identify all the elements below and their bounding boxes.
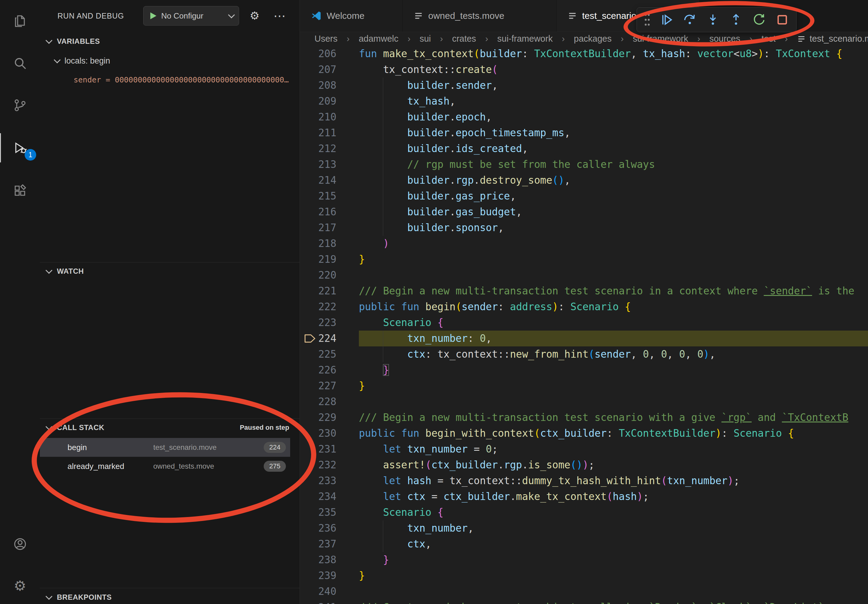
- code-line-content[interactable]: builder.epoch,: [359, 109, 868, 125]
- line-gutter[interactable]: 224: [300, 331, 359, 346]
- code-line-content[interactable]: let ctx = ctx_builder.make_tx_context(ha…: [359, 489, 868, 505]
- code-line-content[interactable]: ctx,: [359, 536, 868, 552]
- code-line-content[interactable]: txn_number: 0,: [359, 331, 868, 346]
- code-line[interactable]: 240: [300, 584, 868, 599]
- code-line[interactable]: 214 builder.rgp.destroy_some(),: [300, 172, 868, 188]
- code-line-content[interactable]: Scenario {: [359, 505, 868, 520]
- code-line-content[interactable]: builder.gas_budget,: [359, 204, 868, 220]
- breadcrumb-item[interactable]: packages: [574, 34, 612, 44]
- code-line[interactable]: 212 builder.ids_created,: [300, 141, 868, 156]
- code-line-content[interactable]: /// Creates and shares system objects, a…: [359, 599, 868, 604]
- activity-item-run-debug[interactable]: 1: [0, 133, 40, 163]
- line-gutter[interactable]: 236: [300, 520, 359, 536]
- call-stack-frame[interactable]: begin test_scenario.move 224: [40, 438, 290, 457]
- code-line[interactable]: 236 txn_number,: [300, 520, 868, 536]
- line-gutter[interactable]: 213: [300, 156, 359, 172]
- code-line[interactable]: 207 tx_context::create(: [300, 62, 868, 77]
- line-gutter[interactable]: 206: [300, 46, 359, 62]
- code-line-content[interactable]: builder.sponsor,: [359, 220, 868, 236]
- code-area[interactable]: 206fun make_tx_context(builder: TxContex…: [300, 46, 868, 604]
- breadcrumb-item[interactable]: sources: [709, 34, 740, 44]
- code-line-content[interactable]: builder.gas_price,: [359, 188, 868, 204]
- code-line-content[interactable]: }: [359, 568, 868, 584]
- line-gutter[interactable]: 219: [300, 251, 359, 267]
- line-gutter[interactable]: 216: [300, 204, 359, 220]
- code-line-content[interactable]: ctx: tx_context::new_from_hint(sender, 0…: [359, 346, 868, 362]
- code-line[interactable]: 221/// Begin a new multi-transaction tes…: [300, 283, 868, 299]
- code-line-content[interactable]: let txn_number = 0;: [359, 441, 868, 457]
- step-over-button[interactable]: [682, 12, 697, 27]
- line-gutter[interactable]: 225: [300, 346, 359, 362]
- toolbar-drag-grip[interactable]: [643, 13, 651, 26]
- code-line[interactable]: 211 builder.epoch_timestamp_ms,: [300, 125, 868, 141]
- line-gutter[interactable]: 239: [300, 568, 359, 584]
- line-gutter[interactable]: 238: [300, 552, 359, 568]
- activity-item-source-control[interactable]: [0, 91, 40, 120]
- code-line[interactable]: 223 Scenario {: [300, 315, 868, 331]
- line-gutter[interactable]: 215: [300, 188, 359, 204]
- code-line-content[interactable]: builder.ids_created,: [359, 141, 868, 156]
- code-line[interactable]: 215 builder.gas_price,: [300, 188, 868, 204]
- code-line[interactable]: 226 }: [300, 362, 868, 378]
- code-line-content[interactable]: }: [359, 251, 868, 267]
- activity-item-explorer[interactable]: [0, 6, 40, 36]
- code-line[interactable]: 210 builder.epoch,: [300, 109, 868, 125]
- code-line-content[interactable]: builder.epoch_timestamp_ms,: [359, 125, 868, 141]
- activity-item-account[interactable]: [0, 530, 40, 559]
- breadcrumb-item[interactable]: sui: [420, 34, 431, 44]
- code-line[interactable]: 213 // rgp must be set from the caller a…: [300, 156, 868, 172]
- code-line[interactable]: 231 let txn_number = 0;: [300, 441, 868, 457]
- line-gutter[interactable]: 222: [300, 299, 359, 315]
- code-line[interactable]: 228: [300, 394, 868, 410]
- code-line-content[interactable]: /// Begin a new multi-transaction test s…: [359, 410, 868, 426]
- line-gutter[interactable]: 228: [300, 394, 359, 410]
- code-line-content[interactable]: public fun begin_with_context(ctx_builde…: [359, 426, 868, 441]
- line-gutter[interactable]: 214: [300, 172, 359, 188]
- debug-settings-gear-icon[interactable]: ⚙: [250, 0, 259, 32]
- code-line-content[interactable]: fun make_tx_context(builder: TxContextBu…: [359, 46, 868, 62]
- breadcrumb-file[interactable]: test_scenario.move: [797, 34, 868, 44]
- step-into-button[interactable]: [705, 12, 720, 27]
- line-gutter[interactable]: 221: [300, 283, 359, 299]
- restart-button[interactable]: [752, 12, 766, 27]
- code-line-content[interactable]: builder.rgp.destroy_some(),: [359, 172, 868, 188]
- code-line-content[interactable]: }: [359, 552, 868, 568]
- code-line-content[interactable]: let hash = tx_context::dummy_tx_hash_wit…: [359, 473, 868, 489]
- line-gutter[interactable]: 237: [300, 536, 359, 552]
- code-line[interactable]: 217 builder.sponsor,: [300, 220, 868, 236]
- variable-row-sender[interactable]: sender = 0000000000000000000000000000000…: [40, 72, 299, 88]
- line-gutter[interactable]: 218: [300, 236, 359, 251]
- line-gutter[interactable]: 230: [300, 426, 359, 441]
- code-line[interactable]: 241/// Creates and shares system objects…: [300, 599, 868, 604]
- line-gutter[interactable]: 231: [300, 441, 359, 457]
- step-out-button[interactable]: [729, 12, 743, 27]
- code-line-content[interactable]: ): [359, 236, 868, 251]
- code-line[interactable]: 233 let hash = tx_context::dummy_tx_hash…: [300, 473, 868, 489]
- code-line-content[interactable]: assert!(ctx_builder.rgp.is_some());: [359, 457, 868, 473]
- code-line[interactable]: 232 assert!(ctx_builder.rgp.is_some());: [300, 457, 868, 473]
- breadcrumb-item[interactable]: sui-framework: [497, 34, 553, 44]
- more-actions-icon[interactable]: ⋯: [273, 0, 285, 32]
- line-gutter[interactable]: 207: [300, 62, 359, 77]
- code-line[interactable]: 227}: [300, 378, 868, 394]
- code-line-content[interactable]: }: [359, 378, 868, 394]
- line-gutter[interactable]: 232: [300, 457, 359, 473]
- code-line-content[interactable]: [359, 584, 868, 599]
- code-line[interactable]: 237 ctx,: [300, 536, 868, 552]
- call-stack-frame[interactable]: already_marked owned_tests.move 275: [40, 457, 290, 475]
- code-line-content[interactable]: tx_context::create(: [359, 62, 868, 77]
- breadcrumb-item[interactable]: sui-framework: [633, 34, 688, 44]
- line-gutter[interactable]: 212: [300, 141, 359, 156]
- debug-config-picker[interactable]: No Configur: [143, 6, 239, 26]
- tab-welcome[interactable]: Welcome: [300, 0, 403, 32]
- activity-item-search[interactable]: [0, 49, 40, 78]
- code-line-content[interactable]: tx_hash,: [359, 93, 868, 109]
- variables-section-header[interactable]: VARIABLES: [40, 34, 299, 49]
- call-stack-section-header[interactable]: CALL STACK Paused on step: [40, 420, 299, 435]
- activity-item-settings[interactable]: ⚙: [0, 571, 40, 600]
- code-line[interactable]: 219}: [300, 251, 868, 267]
- line-gutter[interactable]: 223: [300, 315, 359, 331]
- line-gutter[interactable]: 220: [300, 267, 359, 283]
- activity-item-extensions[interactable]: [0, 176, 40, 205]
- code-line[interactable]: 239}: [300, 568, 868, 584]
